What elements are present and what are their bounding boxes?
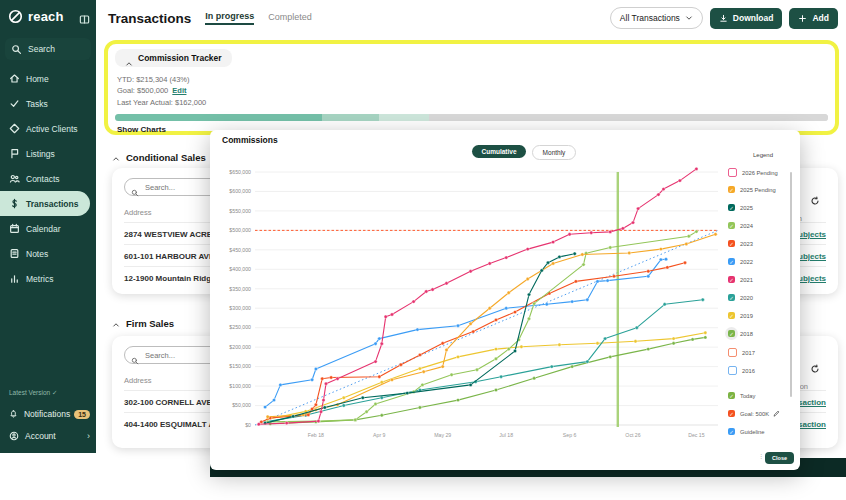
add-button[interactable]: Add <box>789 8 838 29</box>
show-charts-link[interactable]: Show Charts <box>117 125 166 134</box>
listings-icon <box>9 148 20 159</box>
legend-item-2026-pending[interactable]: 2026 Pending <box>728 168 778 177</box>
svg-text:Feb 18: Feb 18 <box>308 432 324 438</box>
conditional-sales-header[interactable]: Conditional Sales <box>112 152 206 163</box>
tab-completed[interactable]: Completed <box>268 12 312 24</box>
sidebar-item-notifications[interactable]: Notifications 15 <box>0 403 96 425</box>
conditional-search-input[interactable] <box>143 182 217 193</box>
legend-label: 2016 <box>742 368 755 374</box>
close-button[interactable]: Close <box>765 452 794 464</box>
checkbox-checked-icon[interactable]: ✓ <box>728 410 735 417</box>
svg-text:$50,000: $50,000 <box>232 402 251 408</box>
sidebar-item-active-clients[interactable]: Active Clients <box>0 116 96 141</box>
checkbox-checked-icon[interactable]: ✓ <box>728 294 735 301</box>
cumulative-toggle[interactable]: Cumulative <box>472 145 526 158</box>
notes-icon <box>9 248 20 259</box>
sidebar-nav: SearchHomeTasksActive ClientsListingsCon… <box>0 38 96 291</box>
commissions-chart: $0$50,000$100,000$150,000$200,000$250,00… <box>210 130 800 474</box>
legend-item-guideline[interactable]: ✓Guideline <box>728 428 765 435</box>
sidebar-item-calendar[interactable]: Calendar <box>0 216 96 241</box>
sidebar-item-account[interactable]: Account › <box>0 425 96 447</box>
checkbox-checked-icon[interactable]: ✓ <box>728 204 735 211</box>
sidebar: reach SearchHomeTasksActive ClientsListi… <box>0 0 96 453</box>
checkbox-checked-icon[interactable]: ✓ <box>728 428 735 435</box>
checkbox-checked-icon[interactable]: ✓ <box>728 312 735 319</box>
sidebar-item-metrics[interactable]: Metrics <box>0 266 96 291</box>
legend-label: 2025 Pending <box>740 187 776 193</box>
legend-item-2022[interactable]: ✓2022 <box>728 258 753 265</box>
sidebar-item-tasks[interactable]: Tasks <box>0 91 96 116</box>
checkbox-checked-icon[interactable]: ✓ <box>728 392 735 399</box>
legend-item-2017[interactable]: 2017 <box>728 348 755 357</box>
legend-scrollbar[interactable] <box>790 172 792 397</box>
legend-item-today[interactable]: ✓Today <box>728 392 755 399</box>
sidebar-item-home[interactable]: Home <box>0 66 96 91</box>
sidebar-item-label: Notes <box>26 249 48 259</box>
commission-tracker-header[interactable]: Commission Tracker <box>115 49 232 67</box>
checkbox-checked-icon[interactable]: ✓ <box>728 258 735 265</box>
firm-sales-header[interactable]: Firm Sales <box>112 318 174 329</box>
plus-icon <box>798 14 807 23</box>
transactions-filter-dropdown[interactable]: All Transactions <box>610 7 703 29</box>
monthly-toggle[interactable]: Monthly <box>532 145 576 160</box>
legend-item-2024[interactable]: ✓2024 <box>728 222 753 229</box>
firm-search-input[interactable] <box>143 350 217 361</box>
calendar-icon <box>9 223 20 234</box>
legend-item-2023[interactable]: ✓2023 <box>728 240 753 247</box>
checkbox-checked-icon[interactable]: ✓ <box>728 186 735 193</box>
sidebar-item-transactions[interactable]: Transactions <box>0 191 90 216</box>
chevron-down-icon <box>685 14 693 22</box>
refresh-icon[interactable] <box>810 192 820 202</box>
refresh-icon[interactable] <box>810 360 820 370</box>
legend-item-2021[interactable]: ✓2021 <box>728 276 753 283</box>
checkbox-checked-icon[interactable]: ✓ <box>728 240 735 247</box>
sidebar-item-contacts[interactable]: Contacts <box>0 166 96 191</box>
legend-item-2019[interactable]: ✓2019 <box>728 312 753 319</box>
dollar-icon <box>9 198 20 209</box>
app-logo-text: reach <box>28 9 79 24</box>
notifications-badge: 15 <box>74 410 90 419</box>
legend-label: Today <box>740 393 755 399</box>
commissions-modal: Commissions Cumulative Monthly $0$50,000… <box>210 130 800 470</box>
svg-text:$600,000: $600,000 <box>229 188 251 194</box>
checkbox-unchecked-icon[interactable] <box>728 366 737 375</box>
legend-item-goal-500k[interactable]: ✓Goal: 500K <box>728 410 780 417</box>
sidebar-item-label: Contacts <box>26 174 60 184</box>
sidebar-item-listings[interactable]: Listings <box>0 141 96 166</box>
page-title: Transactions <box>108 11 191 26</box>
tasks-icon <box>9 98 20 109</box>
app-window: reach SearchHomeTasksActive ClientsListi… <box>0 0 846 500</box>
legend-item-2025-pending[interactable]: ✓2025 Pending <box>728 186 776 193</box>
sidebar-item-label: Calendar <box>26 224 61 234</box>
svg-text:$550,000: $550,000 <box>229 208 251 214</box>
svg-text:$0: $0 <box>245 422 251 428</box>
home-icon <box>9 73 20 84</box>
commission-tracker-panel: Commission Tracker YTD: $215,304 (43%) G… <box>104 40 839 135</box>
collapse-sidebar-icon[interactable] <box>79 11 90 22</box>
checkbox-checked-icon[interactable]: ✓ <box>728 276 735 283</box>
legend-label: 2022 <box>740 259 753 265</box>
legend-more-dots: ⋮ <box>758 452 764 459</box>
legend-label: 2020 <box>740 295 753 301</box>
chevron-up-icon <box>125 54 133 62</box>
svg-text:$250,000: $250,000 <box>229 324 251 330</box>
chart-legend: Legend 2026 Pending✓2025 Pending✓2025✓20… <box>728 152 798 162</box>
sidebar-item-search[interactable]: Search <box>5 38 91 60</box>
checkbox-unchecked-icon[interactable] <box>728 168 737 177</box>
pencil-icon[interactable] <box>773 410 780 417</box>
legend-item-2020[interactable]: ✓2020 <box>728 294 753 301</box>
legend-item-2018[interactable]: ✓2018 <box>728 330 753 337</box>
legend-item-2025[interactable]: ✓2025 <box>728 204 753 211</box>
checkbox-unchecked-icon[interactable] <box>728 348 737 357</box>
legend-item-2016[interactable]: 2016 <box>728 366 755 375</box>
edit-goal-link[interactable]: Edit <box>172 86 186 95</box>
svg-text:$100,000: $100,000 <box>229 383 251 389</box>
checkbox-checked-icon[interactable]: ✓ <box>728 222 735 229</box>
download-button[interactable]: Download <box>710 8 783 29</box>
tab-in-progress[interactable]: In progress <box>205 11 254 25</box>
chevron-right-icon: › <box>87 431 90 441</box>
checkbox-checked-icon[interactable]: ✓ <box>728 330 735 337</box>
ytd-value: YTD: $215,304 (43%) <box>117 75 835 84</box>
sidebar-item-notes[interactable]: Notes <box>0 241 96 266</box>
latest-version-label: Latest Version ✓ <box>0 389 96 403</box>
